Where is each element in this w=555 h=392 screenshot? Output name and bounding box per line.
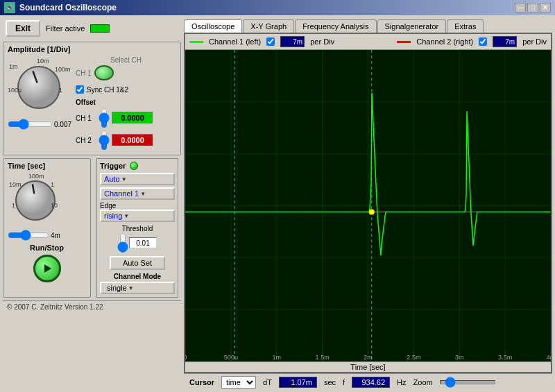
zoom-slider[interactable]: [440, 380, 495, 384]
minimize-button[interactable]: —: [515, 3, 526, 12]
select-ch-area: Select CH CH 1: [76, 56, 176, 80]
select-ch-label: Select CH: [76, 56, 176, 64]
edge-arrow: ▼: [123, 213, 129, 219]
ch2-offset-input[interactable]: [112, 134, 153, 146]
threshold-section: Threshold: [100, 225, 175, 253]
edge-value: rising: [104, 212, 122, 220]
dt-unit: sec: [324, 378, 336, 386]
channel-mode-section: Channel Mode single ▼: [100, 273, 175, 294]
ch2-offset-slider[interactable]: [99, 130, 109, 151]
ch1-offset-slider[interactable]: [99, 108, 109, 128]
ch1-label: CH 1: [76, 69, 92, 77]
time-section: Time [sec] 100m 1 10: [3, 158, 91, 298]
trigger-mode-dropdown[interactable]: Auto ▼: [100, 173, 175, 185]
amplitude-slider-row: 0.007: [8, 119, 70, 130]
left-panel: Exit Filter active Amplitude [1/Div]: [0, 15, 184, 392]
run-stop-button[interactable]: [33, 255, 61, 282]
edge-label: Edge: [100, 202, 175, 210]
amplitude-knob-area: 10m 100m 1 1m 100u 0.007: [8, 56, 70, 119]
ch1-visible-checkbox[interactable]: [266, 37, 275, 46]
ch2-per-div-input[interactable]: [493, 36, 517, 47]
svg-text:1: 1: [12, 202, 15, 209]
amplitude-inner: 10m 100m 1 1m 100u 0.007 Select: [8, 56, 176, 152]
trigger-channel-arrow: ▼: [140, 191, 146, 197]
filter-label: Filter active: [46, 24, 85, 33]
amplitude-section: Amplitude [1/Div]: [3, 42, 181, 155]
cursor-label: Cursor: [189, 378, 214, 386]
svg-text:1: 1: [51, 181, 54, 188]
svg-text:10: 10: [51, 202, 58, 209]
ch1-channel-label: Channel 1 (left): [209, 37, 261, 46]
svg-text:10m: 10m: [37, 58, 49, 65]
time-slider[interactable]: [8, 230, 49, 241]
svg-point-7: [16, 181, 55, 220]
time-slider-row: 4m: [8, 230, 86, 241]
trigger-mode-value: Auto: [104, 175, 120, 183]
channel-mode-value: single: [107, 284, 127, 292]
dt-input[interactable]: [279, 377, 317, 388]
copyright-text: © 2007 C. Zeitnitz Version 1.22: [7, 303, 103, 311]
svg-text:100m: 100m: [28, 173, 44, 180]
ch2-per-div-unit: per Div: [522, 37, 547, 46]
zoom-label: Zoom: [413, 378, 433, 386]
bottom-row: Cursor time track dT sec f Hz Zoom: [184, 373, 552, 391]
trigger-mode-arrow: ▼: [121, 176, 127, 182]
edge-dropdown[interactable]: rising ▼: [100, 210, 175, 222]
offset-title: Offset: [76, 99, 176, 106]
maximize-button[interactable]: □: [527, 3, 538, 12]
run-stop-label: Run/Stop: [10, 244, 83, 252]
time-knob-svg[interactable]: 100m 1 10 10m 1: [8, 173, 63, 228]
app-icon: 🔊: [4, 2, 15, 13]
channel-mode-label: Channel Mode: [100, 273, 175, 280]
f-label: f: [343, 378, 345, 386]
sync-checkbox[interactable]: [76, 85, 84, 94]
cursor-mode-select[interactable]: time track: [221, 376, 256, 389]
tab-frequency-analysis[interactable]: Frequency Analysis: [295, 19, 376, 33]
window-controls[interactable]: — □ ✕: [515, 3, 551, 12]
tab-extras[interactable]: Extras: [447, 19, 484, 33]
amplitude-knob-svg[interactable]: 10m 100m 1 1m 100u: [8, 56, 70, 119]
ch1-offset-label: CH 1: [76, 114, 96, 122]
tabs-row: Oscilloscope X-Y Graph Frequency Analysi…: [184, 18, 552, 33]
threshold-slider[interactable]: [118, 232, 128, 253]
close-button[interactable]: ✕: [540, 3, 551, 12]
ch2-offset-row: CH 2: [76, 130, 176, 151]
ch1-offset-row: CH 1: [76, 108, 176, 128]
amplitude-slider[interactable]: [8, 119, 53, 130]
copyright-bar: © 2007 C. Zeitnitz Version 1.22: [3, 300, 181, 313]
svg-text:100m: 100m: [55, 66, 70, 73]
svg-text:10m: 10m: [9, 181, 22, 188]
edge-section: Edge rising ▼: [100, 202, 175, 222]
sync-row: Sync CH 1&2: [76, 85, 176, 94]
f-unit: Hz: [397, 378, 406, 386]
tab-oscilloscope[interactable]: Oscilloscope: [184, 19, 242, 33]
filter-indicator: [90, 24, 110, 33]
threshold-input[interactable]: [129, 237, 157, 248]
time-title: Time [sec]: [8, 162, 86, 170]
sync-label: Sync CH 1&2: [87, 86, 128, 94]
ch1-offset-input[interactable]: [112, 112, 153, 124]
ch2-color-line: [397, 41, 411, 43]
grid-area: [185, 50, 551, 361]
top-controls: Exit Filter active: [3, 18, 181, 39]
time-value: 4m: [51, 232, 60, 239]
trigger-channel-area: Channel 1 ▼: [100, 187, 175, 200]
exit-button[interactable]: Exit: [6, 20, 40, 37]
x-axis-label: Time [sec]: [350, 363, 385, 371]
ch1-per-div-input[interactable]: [280, 36, 305, 47]
channel-mode-dropdown[interactable]: single ▼: [100, 282, 175, 294]
main-container: Exit Filter active Amplitude [1/Div]: [0, 15, 555, 392]
right-controls: Select CH CH 1 Sync CH 1&2 Offset CH: [76, 56, 176, 152]
ch2-visible-checkbox[interactable]: [479, 37, 487, 46]
trigger-header: Trigger: [100, 162, 175, 170]
trigger-channel-dropdown[interactable]: Channel 1 ▼: [100, 187, 175, 200]
ch1-toggle[interactable]: [94, 65, 114, 80]
tab-xy-graph[interactable]: X-Y Graph: [243, 19, 294, 33]
autoset-button[interactable]: Auto Set: [110, 256, 165, 270]
offset-section: Offset CH 1 CH 2: [76, 99, 176, 152]
right-panel: Oscilloscope X-Y Graph Frequency Analysi…: [184, 15, 555, 392]
f-input[interactable]: [352, 377, 390, 388]
oscilloscope-canvas[interactable]: [185, 50, 551, 361]
tab-signalgenerator[interactable]: Signalgenerator: [377, 19, 447, 33]
trigger-title: Trigger: [100, 162, 126, 170]
